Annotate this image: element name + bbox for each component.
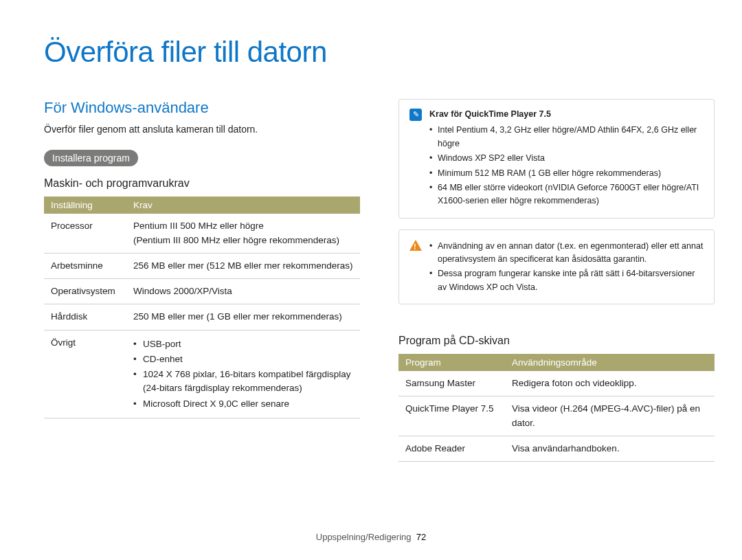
cell-label: Operativsystem: [44, 279, 126, 304]
cell-value: Visa användarhandboken.: [505, 436, 715, 461]
footer-section: Uppspelning/Redigering: [316, 532, 412, 542]
list-item: 64 MB eller större videokort (nVIDIA Gef…: [429, 181, 704, 208]
list-item: Intel Pentium 4, 3,2 GHz eller högre/AMD…: [429, 124, 704, 150]
list-item: Dessa program fungerar kanske inte på rä…: [429, 267, 704, 294]
cell-value: 250 MB eller mer (1 GB eller mer rekomme…: [126, 304, 360, 330]
list-item: Windows XP SP2 eller Vista: [429, 152, 704, 165]
cell-value: Redigera foton och videoklipp.: [505, 371, 715, 396]
section-subtitle: För Windows-användare: [44, 99, 360, 117]
cell-label: Hårddisk: [44, 304, 126, 330]
cell-value: 256 MB eller mer (512 MB eller mer rekom…: [126, 253, 360, 278]
table-row: Samsung Master Redigera foton och videok…: [398, 371, 715, 396]
qt-list: Intel Pentium 4, 3,2 GHz eller högre/AMD…: [429, 124, 704, 208]
list-item: Microsoft Direct X 9,0C eller senare: [133, 397, 353, 411]
requirements-table: Inställning Krav Processor Pentium III 5…: [44, 197, 360, 418]
table-row: Adobe Reader Visa användarhandboken.: [398, 436, 715, 461]
cell-value: Visa videor (H.264 (MPEG-4.AVC)-filer) p…: [505, 396, 715, 436]
cell-value: USB-port CD-enhet 1024 X 768 pixlar, 16-…: [126, 330, 360, 418]
th-usage: Användningsområde: [505, 354, 715, 371]
warning-icon: [409, 238, 423, 252]
other-list: USB-port CD-enhet 1024 X 768 pixlar, 16-…: [133, 337, 353, 411]
install-program-pill: Installera program: [44, 150, 138, 166]
table-row: QuickTime Player 7.5 Visa videor (H.264 …: [398, 396, 715, 436]
cd-programs-heading: Program på CD-skivan: [398, 335, 715, 347]
qt-heading: Krav för QuickTime Player 7.5: [429, 108, 704, 121]
intro-text: Överför filer genom att ansluta kameran …: [44, 122, 360, 136]
table-row: Arbetsminne 256 MB eller mer (512 MB ell…: [44, 253, 360, 278]
cell-value: Pentium III 500 MHz eller högre (Pentium…: [126, 214, 360, 253]
list-item: USB-port: [133, 337, 353, 351]
warning-box: Användning av en annan dator (t.ex. en e…: [398, 229, 715, 305]
cell-label: Processor: [44, 214, 126, 253]
table-row: Processor Pentium III 500 MHz eller högr…: [44, 214, 360, 253]
page: Överföra filer till datorn För Windows-a…: [0, 0, 742, 560]
list-item: CD-enhet: [133, 352, 353, 366]
cell-value: Windows 2000/XP/Vista: [126, 279, 360, 304]
table-row: Hårddisk 250 MB eller mer (1 GB eller me…: [44, 304, 360, 330]
cell-label: QuickTime Player 7.5: [398, 396, 505, 436]
cell-label: Arbetsminne: [44, 253, 126, 278]
cd-programs-table: Program Användningsområde Samsung Master…: [398, 354, 715, 462]
note-icon: ✎: [409, 108, 423, 122]
cell-label: Övrigt: [44, 330, 126, 418]
cell-label: Samsung Master: [398, 371, 505, 396]
left-column: För Windows-användare Överför filer geno…: [44, 99, 360, 462]
cell-label: Adobe Reader: [398, 436, 505, 461]
table-row: Övrigt USB-port CD-enhet 1024 X 768 pixl…: [44, 330, 360, 418]
list-item: Användning av en annan dator (t.ex. en e…: [429, 240, 704, 267]
warning-list: Användning av en annan dator (t.ex. en e…: [429, 240, 704, 295]
page-title: Överföra filer till datorn: [44, 36, 698, 69]
table-row: Operativsystem Windows 2000/XP/Vista: [44, 279, 360, 304]
right-column: ✎ Krav för QuickTime Player 7.5 Intel Pe…: [398, 99, 715, 462]
th-program: Program: [398, 354, 505, 371]
page-footer: Uppspelning/Redigering 72: [0, 532, 742, 542]
th-setting: Inställning: [44, 197, 126, 214]
th-requirement: Krav: [126, 197, 360, 214]
requirements-heading: Maskin- och programvarukrav: [44, 177, 360, 190]
list-item: 1024 X 768 pixlar, 16-bitars kompatibel …: [133, 368, 353, 396]
list-item: Minimum 512 MB RAM (1 GB eller högre rek…: [429, 167, 704, 180]
page-number: 72: [416, 532, 426, 542]
quicktime-requirements-box: ✎ Krav för QuickTime Player 7.5 Intel Pe…: [398, 99, 715, 219]
content-columns: För Windows-användare Överför filer geno…: [44, 99, 698, 462]
